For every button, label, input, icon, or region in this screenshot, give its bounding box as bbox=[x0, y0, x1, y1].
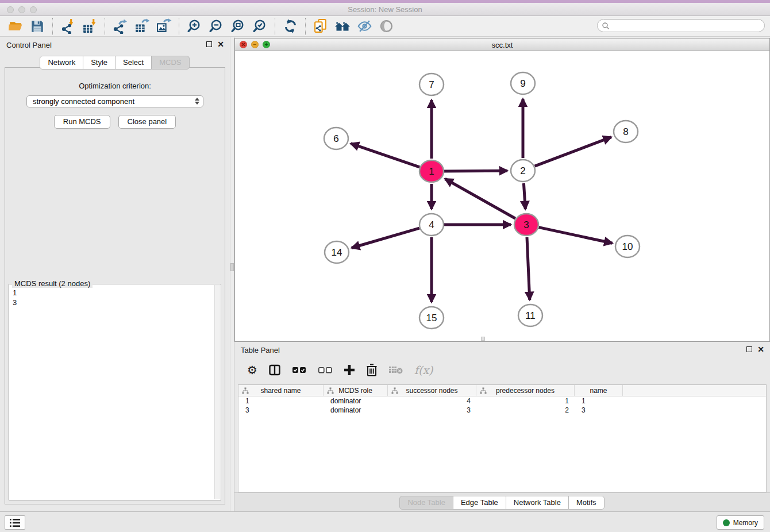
canvas-resize-handle[interactable] bbox=[481, 337, 485, 341]
column-header-MCDS-role[interactable]: MCDS role bbox=[324, 385, 388, 396]
cell-predecessor-nodes[interactable]: 1 bbox=[476, 396, 575, 406]
result-scrollbar[interactable] bbox=[214, 285, 220, 499]
graph-node-label-9: 9 bbox=[520, 78, 525, 89]
apply-layout-refresh-icon[interactable] bbox=[282, 18, 299, 35]
node-table: shared nameMCDS rolesuccessor nodesprede… bbox=[238, 384, 767, 492]
control-tab-mcds[interactable]: MCDS bbox=[151, 56, 189, 70]
column-header-name[interactable]: name bbox=[575, 385, 623, 396]
export-table-icon[interactable] bbox=[133, 18, 151, 35]
zoom-fit-icon[interactable] bbox=[229, 18, 247, 35]
export-network-icon[interactable] bbox=[111, 18, 129, 35]
delete-table-icon[interactable] bbox=[388, 365, 403, 375]
network-canvas[interactable]: 7968124314101511 bbox=[235, 51, 769, 341]
column-header-predecessor-nodes[interactable]: predecessor nodes bbox=[476, 385, 575, 396]
create-column-icon[interactable] bbox=[344, 364, 355, 376]
run-mcds-button[interactable]: Run MCDS bbox=[54, 115, 110, 129]
import-table-icon[interactable] bbox=[81, 18, 98, 35]
hide-graphics-details-icon[interactable] bbox=[356, 18, 373, 35]
table-panel-header: Table Panel ✕ bbox=[234, 342, 770, 357]
memory-button[interactable]: Memory bbox=[717, 515, 764, 530]
search-input[interactable] bbox=[610, 21, 764, 31]
import-network-icon[interactable] bbox=[59, 18, 76, 35]
close-table-panel-icon[interactable]: ✕ bbox=[757, 346, 764, 352]
split-divider[interactable] bbox=[230, 37, 234, 511]
table-row[interactable]: 1dominator411 bbox=[238, 396, 766, 406]
memory-label: Memory bbox=[733, 519, 758, 527]
float-panel-icon[interactable] bbox=[206, 41, 212, 47]
graph-node-label-3: 3 bbox=[523, 219, 529, 230]
cell-predecessor-nodes[interactable]: 2 bbox=[476, 406, 575, 415]
save-session-icon[interactable] bbox=[29, 18, 46, 35]
zoom-out-icon[interactable] bbox=[207, 18, 225, 35]
graph-edge-3-10[interactable] bbox=[539, 228, 613, 244]
cell-name[interactable]: 1 bbox=[575, 396, 623, 406]
optimization-select-value: strongly connected component bbox=[33, 97, 134, 106]
cell-MCDS-role[interactable]: dominator bbox=[324, 396, 388, 406]
toolbar-separator bbox=[179, 18, 179, 35]
table-row[interactable]: 3dominator323 bbox=[238, 406, 766, 415]
toolbar-separator bbox=[275, 18, 275, 35]
control-tab-network[interactable]: Network bbox=[40, 56, 83, 70]
zoom-in-icon[interactable] bbox=[186, 18, 203, 35]
graph-edge-3-1[interactable] bbox=[445, 179, 515, 218]
show-graphics-details-icon[interactable] bbox=[378, 18, 395, 35]
status-bar: Memory bbox=[0, 511, 770, 532]
control-tab-style[interactable]: Style bbox=[83, 56, 116, 70]
cell-shared-name[interactable]: 1 bbox=[238, 396, 324, 406]
task-history-button[interactable] bbox=[5, 515, 25, 530]
close-panel-button[interactable]: Close panel bbox=[118, 115, 176, 129]
close-panel-icon[interactable]: ✕ bbox=[217, 41, 224, 47]
optimization-select[interactable]: strongly connected component bbox=[26, 95, 203, 107]
float-table-panel-icon[interactable] bbox=[746, 346, 752, 352]
open-session-icon[interactable] bbox=[7, 18, 24, 35]
column-label: successor nodes bbox=[406, 387, 457, 395]
select-all-columns-icon[interactable] bbox=[292, 366, 307, 374]
memory-status-icon bbox=[723, 519, 730, 526]
column-label: MCDS role bbox=[338, 387, 372, 395]
table-tab-motifs[interactable]: Motifs bbox=[568, 496, 605, 510]
table-tabs-strip: Node TableEdge TableNetwork TableMotifs bbox=[234, 492, 770, 511]
toolbar-separator bbox=[105, 18, 105, 35]
function-builder-icon[interactable]: f(x) bbox=[414, 364, 433, 376]
optimization-label: Optimization criterion: bbox=[5, 82, 225, 90]
deselect-all-columns-icon[interactable] bbox=[318, 366, 333, 374]
cell-name[interactable]: 3 bbox=[575, 406, 623, 415]
cell-successor-nodes[interactable]: 3 bbox=[388, 406, 476, 415]
graph-node-label-1: 1 bbox=[429, 166, 434, 177]
toolbar-separator bbox=[305, 18, 306, 35]
network-title: scc.txt bbox=[235, 41, 769, 49]
cell-shared-name[interactable]: 3 bbox=[238, 406, 324, 415]
cell-successor-nodes[interactable]: 4 bbox=[388, 396, 476, 406]
home-icon[interactable] bbox=[334, 18, 351, 35]
graph-edge-2-3[interactable] bbox=[523, 183, 525, 209]
delete-column-icon[interactable] bbox=[366, 364, 378, 376]
table-tab-network-table[interactable]: Network Table bbox=[506, 496, 569, 510]
table-header-row: shared nameMCDS rolesuccessor nodesprede… bbox=[238, 385, 766, 396]
clone-network-icon[interactable] bbox=[312, 18, 329, 35]
select-stepper-icon bbox=[195, 98, 199, 105]
cell-MCDS-role[interactable]: dominator bbox=[324, 406, 388, 415]
graph-edge-1-2[interactable] bbox=[444, 171, 507, 171]
mcds-result-text[interactable]: 1 3 bbox=[9, 286, 214, 500]
column-header-shared-name[interactable]: shared name bbox=[238, 385, 324, 396]
toolbar-separator bbox=[52, 18, 53, 35]
graph-edge-1-6[interactable] bbox=[351, 144, 420, 167]
column-label: shared name bbox=[260, 387, 301, 395]
graph-node-label-14: 14 bbox=[332, 247, 342, 258]
table-tab-node-table[interactable]: Node Table bbox=[399, 496, 453, 510]
network-titlebar[interactable]: ✕ − + scc.txt bbox=[235, 38, 769, 51]
graph-edge-3-11[interactable] bbox=[527, 237, 530, 300]
column-header-successor-nodes[interactable]: successor nodes bbox=[388, 385, 476, 396]
column-label: predecessor nodes bbox=[496, 387, 555, 395]
show-column-panel-icon[interactable] bbox=[268, 364, 281, 376]
table-panel: Table Panel ✕ ⚙ bbox=[234, 342, 770, 511]
graph-edge-2-8[interactable] bbox=[535, 137, 611, 167]
graph-edge-4-14[interactable] bbox=[352, 228, 419, 248]
search-box bbox=[597, 19, 765, 32]
control-tab-select[interactable]: Select bbox=[115, 56, 152, 70]
zoom-selected-icon[interactable] bbox=[251, 18, 268, 35]
table-tab-edge-table[interactable]: Edge Table bbox=[453, 496, 506, 510]
divider-grip[interactable] bbox=[230, 263, 234, 271]
table-settings-gear-icon[interactable]: ⚙ bbox=[247, 363, 257, 377]
export-image-icon[interactable] bbox=[155, 18, 172, 35]
